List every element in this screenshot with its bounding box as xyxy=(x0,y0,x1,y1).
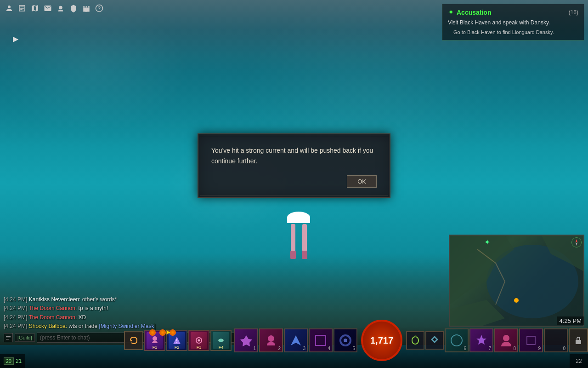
minimap[interactable]: ✦ xyxy=(449,235,584,327)
skill-9[interactable]: 9 xyxy=(519,328,543,352)
svg-rect-17 xyxy=(576,340,581,344)
minimap-compass xyxy=(571,237,582,247)
skill-5[interactable]: 5 xyxy=(334,328,357,352)
lock-button[interactable] xyxy=(569,328,588,352)
heal-value: 1,717 xyxy=(370,335,393,346)
svg-point-16 xyxy=(503,335,509,341)
skill-1[interactable]: 1 xyxy=(234,328,258,352)
svg-point-9 xyxy=(153,336,157,341)
f1-label: F1 xyxy=(153,345,158,350)
modal-buttons: OK xyxy=(211,175,377,188)
ok-button[interactable]: OK xyxy=(347,175,377,188)
svg-point-13 xyxy=(268,335,274,342)
skill-3[interactable]: 3 xyxy=(284,328,308,352)
swap-arrow-indicator: ➤ xyxy=(165,328,171,336)
level-display: 20 21 xyxy=(0,354,25,368)
f3-skill[interactable]: F3 xyxy=(188,330,209,351)
food-slot[interactable] xyxy=(406,331,424,350)
f2-label: F2 xyxy=(175,345,180,350)
chat-message: [4:24 PM] The Doom Cannon: tp is a myth! xyxy=(4,304,238,313)
svg-point-10 xyxy=(176,342,177,343)
f4-label: F4 xyxy=(219,345,224,350)
skill-0[interactable]: 0 xyxy=(544,328,568,352)
svg-point-14 xyxy=(344,339,347,342)
utility-slot[interactable] xyxy=(425,331,444,350)
modal-dialog: You've hit a strong current and will be … xyxy=(198,133,390,198)
svg-marker-19 xyxy=(576,239,577,242)
time-display: 4:25 PM xyxy=(557,316,584,325)
f4-skill[interactable]: F4 xyxy=(210,330,232,351)
ping-display: 22 xyxy=(570,354,588,368)
skill-4[interactable]: 4 xyxy=(309,328,333,352)
utility-skills xyxy=(406,331,444,350)
svg-marker-20 xyxy=(576,242,577,246)
svg-point-15 xyxy=(451,335,462,346)
heal-skill[interactable]: 1,717 xyxy=(361,320,402,361)
svg-point-12 xyxy=(220,339,222,342)
elite-skills: 6 7 8 9 0 xyxy=(445,328,568,352)
modal-message: You've hit a strong current and will be … xyxy=(211,145,377,166)
weapon-skills: 1 2 3 4 5 xyxy=(234,328,357,352)
minimap-gold-dot xyxy=(514,298,519,303)
svg-marker-8 xyxy=(130,339,132,342)
level-value: 20 xyxy=(4,357,14,365)
action-bar: F1 F2 F3 F4 xyxy=(0,327,588,368)
skill-7[interactable]: 7 xyxy=(469,328,493,352)
skill-8[interactable]: 8 xyxy=(494,328,518,352)
level-current: 21 xyxy=(16,358,22,364)
chat-message: [4:24 PM] Kantkiss Nevercleen: other's w… xyxy=(4,295,238,304)
skill-6[interactable]: 6 xyxy=(445,328,469,352)
swap-weapon-button[interactable] xyxy=(124,331,143,350)
minimap-waypoint: ✦ xyxy=(484,238,490,247)
minimap-content: ✦ xyxy=(450,236,583,326)
f3-label: F3 xyxy=(197,345,202,350)
svg-point-11 xyxy=(198,339,200,342)
active-skill-dots xyxy=(149,329,176,336)
active-dot-1 xyxy=(149,329,156,336)
active-dot-2 xyxy=(159,329,166,336)
skill-2[interactable]: 2 xyxy=(259,328,283,352)
